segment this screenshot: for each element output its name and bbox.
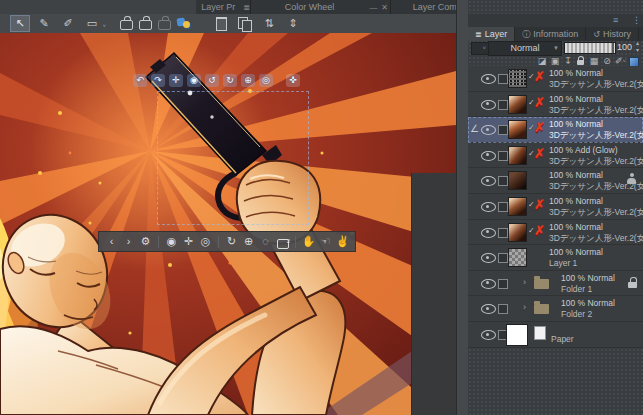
layer-row[interactable]: ∠✓✗100 % Normal3Dデッサン人形-Ver.2(女性) 3 3 2 (468, 117, 643, 143)
expand-arrow-icon[interactable]: › (523, 277, 526, 287)
eye-icon[interactable] (481, 151, 496, 161)
eye-icon[interactable] (481, 100, 496, 110)
camera-orbit-left-icon[interactable]: ↶ (133, 74, 147, 87)
layer-row[interactable]: ✓✗100 % Normal3Dデッサン人形-Ver.2(女性) 3 2 2 (468, 66, 643, 92)
camera-bag-icon[interactable] (275, 234, 290, 249)
distribute-vertical-icon[interactable]: ⇕ (283, 15, 303, 32)
layer-row[interactable]: Paper (468, 322, 643, 348)
opacity-stepper[interactable]: ▴▾ (636, 40, 639, 54)
minimize-icon[interactable]: — (368, 3, 379, 12)
float-window-color-wheel[interactable]: Color Wheel — ✕ (251, 0, 391, 14)
layer-checkbox[interactable] (498, 253, 508, 263)
camera-orbit-right-icon[interactable]: ↷ (151, 74, 165, 87)
new-document-icon[interactable] (211, 15, 231, 32)
ruler-range-icon[interactable]: ✐˅ (615, 56, 626, 66)
float-title-layer-property[interactable]: Layer Pr (196, 2, 240, 12)
eye-icon[interactable] (481, 304, 496, 314)
close-icon[interactable]: ✕ (379, 3, 390, 12)
transfer-to-lower-icon[interactable]: ↧ (563, 56, 573, 66)
camera-pan-icon[interactable]: ✛ (181, 234, 196, 249)
layer-color-icon[interactable]: ˅ (629, 56, 639, 66)
float-window-layer-property[interactable]: Layer Pr ≣ (196, 0, 251, 14)
layer-row[interactable]: ✓✗100 % Normal3Dデッサン人形-Ver.2(女性) 3 2 (468, 92, 643, 118)
object-rotate-icon[interactable]: ↻ (224, 234, 239, 249)
layer-row[interactable]: ✓✗100 % Normal3Dデッサン人形-Ver.2(女性) 3 (468, 194, 643, 220)
camera-zoom-icon[interactable]: ◎ (198, 234, 213, 249)
duplicate-icon[interactable] (235, 15, 255, 32)
materials-icon[interactable] (175, 15, 195, 32)
pen-tool-icon[interactable]: ✎ (34, 15, 54, 32)
set-as-reference-icon[interactable]: ▣ (550, 56, 560, 66)
tool-property-wrench-icon[interactable]: ⚙ (138, 234, 153, 249)
eye-icon[interactable] (481, 253, 496, 263)
layer-checkbox[interactable] (498, 100, 508, 110)
layer-thumbnail[interactable] (508, 146, 527, 165)
layer-row[interactable]: ›100 % NormalFolder 1 (468, 271, 643, 297)
lock-layer-icon[interactable] (576, 56, 586, 66)
eye-icon[interactable] (481, 176, 496, 186)
clip-at-layer-below-icon[interactable]: ◪ (537, 56, 547, 66)
layer-thumbnail[interactable] (508, 95, 527, 114)
figure-frame-tool-icon[interactable]: ▭˅ (82, 15, 102, 32)
pose-point-icon[interactable]: ☜ (318, 234, 333, 249)
next-model-icon[interactable]: › (121, 234, 136, 249)
layer-checkbox[interactable] (498, 202, 508, 212)
canvas-viewport[interactable]: ↶↷✛◉↺↻⊕◎✜ ‹›⚙◉✛◎↻⊕◌✋☜✌ (0, 33, 456, 415)
layers-panel-titlebar[interactable]: ≡ ⋮ (468, 14, 643, 28)
eye-icon[interactable] (481, 125, 496, 135)
layer-row[interactable]: ✓✗100 % Add (Glow)3Dデッサン人形-Ver.2(女性) 3 3 (468, 143, 643, 169)
blend-mode-select[interactable]: Normal ▼ (488, 41, 562, 56)
layer-row[interactable]: 100 % NormalLayer 1 (468, 245, 643, 271)
layer-thumbnail[interactable] (508, 69, 527, 88)
tab-history[interactable]: ↺History (586, 27, 639, 41)
layer-row[interactable]: ›100 % NormalFolder 2 (468, 296, 643, 322)
pose-hand-icon[interactable]: ✋ (301, 234, 316, 249)
opacity-slider[interactable] (564, 42, 616, 54)
rotate-ccw-icon[interactable]: ↺ (205, 74, 219, 87)
eye-icon[interactable] (481, 74, 496, 84)
layer-checkbox[interactable] (498, 304, 508, 314)
eye-icon[interactable] (481, 228, 496, 238)
tab-information[interactable]: ⓘInformation (515, 27, 586, 41)
rotate-screen-icon[interactable]: ◎ (259, 74, 273, 87)
tab-layer[interactable]: ≣Layer (468, 27, 515, 41)
object-tool-icon[interactable]: ↖ (10, 15, 30, 32)
prev-model-icon[interactable]: ‹ (104, 234, 119, 249)
panel-menu-icon[interactable]: ≡ (613, 15, 618, 25)
layer-checkbox[interactable] (498, 151, 508, 161)
palette-color-combo[interactable]: ˅ (471, 42, 489, 55)
layer-thumbnail[interactable] (508, 120, 527, 139)
object-rotate-3d-icon[interactable]: ◌ (258, 234, 273, 249)
layer-thumbnail[interactable] (506, 324, 528, 346)
layer-thumbnail[interactable] (508, 171, 527, 190)
float-title-color-wheel[interactable]: Color Wheel (251, 2, 368, 12)
layer-row[interactable]: ✓✗100 % Normal3Dデッサン人形-Ver.2(女性) (468, 220, 643, 246)
layer-thumbnail[interactable] (508, 248, 527, 267)
camera-orbit-icon[interactable]: ◉ (164, 234, 179, 249)
layer-thumbnail[interactable] (508, 223, 527, 242)
snap-target-icon[interactable]: ✜ (286, 74, 300, 87)
export-bag-icon[interactable] (118, 15, 133, 32)
layer-thumbnail[interactable] (508, 197, 527, 216)
layer-checkbox[interactable] (498, 74, 508, 84)
panel-options-icon[interactable]: ⋮ (632, 15, 641, 25)
bag-disabled-icon[interactable] (156, 15, 171, 32)
camera-dolly-icon[interactable]: ◉ (187, 74, 201, 87)
lock-transparent-pixels-icon[interactable]: ▦ (589, 56, 599, 66)
eye-icon[interactable] (481, 279, 496, 289)
import-bag-icon[interactable] (137, 15, 152, 32)
panel-menu-icon[interactable]: ≣ (243, 3, 250, 12)
eye-icon[interactable] (481, 330, 496, 340)
layer-checkbox[interactable] (498, 125, 508, 135)
align-vertical-icon[interactable]: ⇅ (259, 15, 279, 32)
expand-arrow-icon[interactable]: › (523, 302, 526, 312)
line-tool-icon[interactable]: ✐ (58, 15, 78, 32)
pose-gesture-icon[interactable]: ✌ (335, 234, 350, 249)
rotate-cw-icon[interactable]: ↻ (223, 74, 237, 87)
enable-mask-icon[interactable]: ⊘ (602, 56, 612, 66)
layer-row[interactable]: 100 % Normal3Dデッサン人形-Ver.2(女性) 3 4 (468, 168, 643, 194)
move-plane-icon[interactable]: ⊕ (241, 74, 255, 87)
object-move-icon[interactable]: ⊕ (241, 234, 256, 249)
layer-checkbox[interactable] (498, 176, 508, 186)
eye-icon[interactable] (481, 202, 496, 212)
